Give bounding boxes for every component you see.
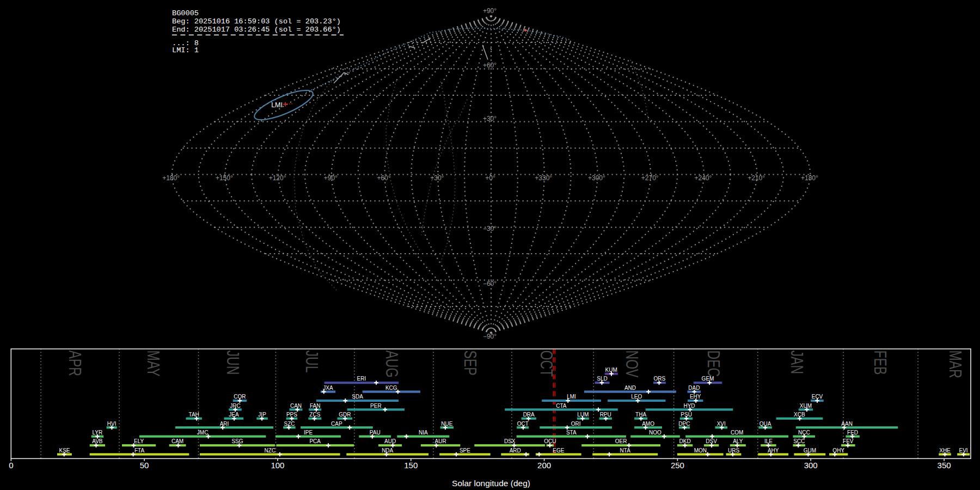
svg-text:150: 150 [404, 461, 418, 470]
svg-text:FED: FED [847, 430, 858, 436]
svg-text:DSX: DSX [504, 438, 516, 444]
svg-text:+60°: +60° [483, 62, 497, 69]
svg-text:−60°: −60° [483, 280, 497, 287]
svg-text:+90°: +90° [324, 174, 338, 182]
svg-text:NTA: NTA [620, 448, 631, 454]
svg-text:AUD: AUD [384, 438, 396, 444]
svg-text:EHY: EHY [690, 394, 701, 400]
svg-text:LEO: LEO [631, 394, 642, 400]
svg-text:LMI: LMI [271, 101, 283, 109]
svg-text:CAM: CAM [171, 438, 183, 444]
svg-text:ORI: ORI [571, 421, 581, 427]
svg-text:SCC: SCC [793, 438, 805, 444]
svg-text:ZCS: ZCS [309, 412, 320, 418]
svg-text:350: 350 [938, 461, 951, 470]
svg-text:ARI: ARI [220, 421, 229, 427]
svg-text:NIA: NIA [419, 430, 428, 436]
svg-text:CAN: CAN [290, 403, 302, 409]
svg-text:+30°: +30° [430, 174, 444, 182]
svg-text:Solar longitude (deg): Solar longitude (deg) [452, 479, 530, 488]
svg-text:−90°: −90° [483, 333, 497, 340]
svg-text:ERI: ERI [357, 376, 366, 382]
svg-text:OER: OER [615, 438, 627, 444]
svg-text:+330°: +330° [535, 174, 552, 182]
svg-text:JEA: JEA [229, 412, 239, 418]
svg-text:XHE: XHE [939, 448, 951, 454]
svg-text:+270°: +270° [641, 174, 659, 182]
svg-text:LMI: LMI [567, 394, 576, 400]
svg-text:100: 100 [271, 461, 284, 470]
svg-text:DRA: DRA [523, 412, 535, 418]
svg-text:JIP: JIP [258, 412, 266, 418]
svg-text:AVB: AVB [92, 438, 103, 444]
svg-text:MON: MON [694, 448, 707, 454]
svg-text:KCG: KCG [385, 385, 397, 391]
svg-text:+180°: +180° [162, 174, 180, 182]
svg-text:NDA: NDA [382, 448, 393, 454]
svg-text:THA: THA [635, 412, 646, 418]
svg-text:PAU: PAU [370, 430, 381, 436]
svg-text:AUR: AUR [435, 438, 446, 444]
svg-text:PSU: PSU [681, 412, 692, 418]
svg-text:+90°: +90° [483, 7, 497, 15]
svg-text:AAN: AAN [841, 421, 853, 427]
svg-text:MAR: MAR [946, 351, 965, 378]
svg-text:STA: STA [566, 430, 577, 436]
svg-text:SEP: SEP [461, 351, 480, 376]
svg-text:ARD: ARD [510, 448, 521, 454]
svg-text:SLD: SLD [597, 376, 607, 382]
svg-text:ILE: ILE [764, 438, 773, 444]
svg-text:QUA: QUA [759, 421, 771, 427]
svg-text:URS: URS [728, 448, 739, 454]
svg-text:AHY: AHY [768, 448, 779, 454]
svg-text:KUM: KUM [605, 367, 617, 373]
svg-text:+120°: +120° [269, 174, 286, 182]
svg-text:PER: PER [370, 403, 382, 409]
svg-text:+210°: +210° [748, 174, 765, 182]
svg-text:JXA: JXA [323, 385, 333, 391]
svg-text:ECV: ECV [812, 394, 823, 400]
svg-text:JMC: JMC [197, 430, 209, 436]
svg-text:NUE: NUE [441, 421, 452, 427]
svg-text:FTA: FTA [134, 448, 144, 454]
svg-text:EGE: EGE [553, 448, 564, 454]
svg-text:OHY: OHY [832, 448, 844, 454]
svg-text:LMI: 1: LMI: 1 [172, 46, 199, 54]
svg-text:MAY: MAY [144, 351, 163, 377]
svg-text:CTA: CTA [556, 403, 567, 409]
svg-text:NCC: NCC [798, 430, 810, 436]
svg-text:HVI: HVI [107, 421, 117, 427]
svg-text:SZC: SZC [284, 421, 295, 427]
svg-text:+0°: +0° [485, 174, 495, 182]
svg-text:JUN: JUN [223, 351, 243, 375]
svg-text:TAH: TAH [189, 412, 199, 418]
svg-text:APR: APR [65, 351, 85, 376]
svg-text:PPS: PPS [286, 412, 297, 418]
svg-text:−30°: −30° [483, 225, 497, 232]
svg-text:NOO: NOO [649, 430, 661, 436]
svg-text:XCB: XCB [794, 412, 805, 418]
svg-text:COR: COR [234, 394, 246, 400]
svg-text:250: 250 [671, 461, 684, 470]
svg-text:50: 50 [140, 461, 149, 470]
svg-text:Beg: 20251016 16:59:03 (sol =: Beg: 20251016 16:59:03 (sol = 203.23°) [172, 17, 341, 26]
svg-text:AMO: AMO [642, 421, 654, 427]
svg-text:OCT: OCT [517, 421, 529, 427]
svg-text:RPU: RPU [600, 412, 611, 418]
svg-text:SSG: SSG [231, 438, 243, 444]
svg-text:End: 20251017 03:26:45 (sol =: End: 20251017 03:26:45 (sol = 203.66°) [172, 26, 341, 34]
svg-text:+60°: +60° [377, 174, 390, 182]
svg-text:COM: COM [731, 430, 743, 436]
svg-text:HYD: HYD [683, 403, 695, 409]
svg-text:DPC: DPC [678, 421, 690, 427]
svg-text:FEV: FEV [843, 438, 854, 444]
svg-text:0: 0 [9, 461, 13, 470]
svg-text:XUM: XUM [800, 403, 812, 409]
svg-text:LYR: LYR [93, 430, 103, 436]
svg-text:OCU: OCU [544, 438, 556, 444]
svg-text:AND: AND [624, 385, 636, 391]
svg-text:+30°: +30° [483, 115, 497, 122]
svg-text:GEM: GEM [702, 376, 714, 382]
svg-text:NZC: NZC [265, 448, 276, 454]
svg-text:ELY: ELY [134, 438, 144, 444]
